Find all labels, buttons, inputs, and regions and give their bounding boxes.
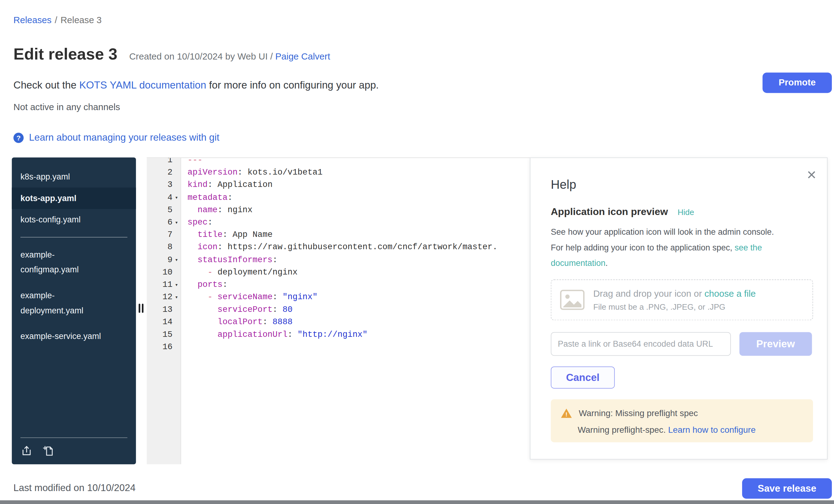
image-placeholder-icon [560, 290, 585, 310]
description-period: . [606, 259, 608, 268]
line-number: 8 [147, 242, 173, 254]
code-line-4[interactable]: 4▾metadata: [147, 192, 530, 204]
code-line-13[interactable]: 13 servicePort: 80 [147, 304, 530, 316]
dropzone-hint: File must be a .PNG, .JPEG, or .JPG [593, 302, 756, 311]
configure-preflight-link[interactable]: Learn how to configure [668, 425, 756, 434]
fold-spacer [172, 179, 180, 192]
preflight-warning-box: ! Warning: Missing preflight spec Warnin… [551, 399, 813, 442]
fold-spacer [172, 266, 180, 279]
new-file-icon[interactable] [43, 444, 55, 457]
fold-arrow-icon[interactable]: ▾ [172, 279, 180, 291]
sidebar-resize-handle[interactable] [139, 304, 144, 313]
breadcrumb-current: Release 3 [61, 15, 102, 25]
dropzone-text: Drag and drop your icon or choose a file [593, 289, 756, 300]
git-help-row: ? Learn about managing your releases wit… [14, 132, 220, 144]
line-number: 13 [147, 304, 173, 316]
line-number: 12 [147, 291, 173, 304]
fold-arrow-icon[interactable]: ▾ [172, 254, 180, 266]
page-title: Edit release 3 [14, 45, 117, 63]
file-list-bottom: example-configmap.yamlexample-deployment… [12, 244, 136, 347]
code-line-16[interactable]: 16 [147, 341, 530, 353]
warning-title: Warning: Missing preflight spec [578, 409, 698, 418]
code-line-5[interactable]: 5 name: nginx [147, 204, 530, 217]
code-text: kind: Application [180, 179, 272, 192]
code-text: apiVersion: kots.io/v1beta1 [180, 167, 322, 179]
code-line-8[interactable]: 8 icon: https://raw.githubusercontent.co… [147, 242, 530, 254]
git-help-link[interactable]: Learn about managing your releases with … [29, 132, 219, 144]
code-text: - serviceName: "nginx" [180, 291, 317, 304]
fold-spacer [172, 329, 180, 341]
fold-spacer [172, 157, 180, 167]
code-text: - deployment/nginx [180, 266, 297, 279]
code-lines: 1---2apiVersion: kots.io/v1beta13kind: A… [147, 157, 530, 353]
hide-link[interactable]: Hide [678, 207, 694, 217]
cancel-button[interactable]: Cancel [551, 367, 615, 388]
icon-dropzone[interactable]: Drag and drop your icon or choose a file… [551, 280, 813, 320]
fold-arrow-icon[interactable]: ▾ [172, 291, 180, 304]
file-tab-kots-config.yaml[interactable]: kots-config.yaml [12, 209, 119, 231]
svg-text:!: ! [565, 411, 567, 418]
save-release-button[interactable]: Save release [742, 478, 832, 499]
code-line-12[interactable]: 12▾ - serviceName: "nginx" [147, 291, 530, 304]
icon-link-input[interactable] [551, 332, 731, 356]
line-number: 7 [147, 229, 173, 241]
bottom-strip [0, 500, 834, 504]
fold-arrow-icon[interactable]: ▾ [172, 192, 180, 204]
warning-title-row: ! Warning: Missing preflight spec [561, 408, 804, 419]
code-line-10[interactable]: 10 - deployment/nginx [147, 266, 530, 279]
promote-button[interactable]: Promote [763, 72, 832, 93]
fold-spacer [172, 229, 180, 241]
breadcrumb-separator: / [54, 15, 57, 25]
warning-body-row: Warning preflight-spec. Learn how to con… [561, 425, 804, 435]
file-list-top: k8s-app.yamlkots-app.yamlkots-config.yam… [12, 166, 136, 231]
line-number: 9 [147, 254, 173, 266]
line-number: 14 [147, 316, 173, 328]
docs-prefix: Check out the [14, 80, 79, 91]
file-tab-example-configmap.yaml[interactable]: example-configmap.yaml [12, 244, 119, 280]
code-text: servicePort: 80 [180, 304, 292, 316]
sidebar-divider [20, 237, 127, 238]
code-editor[interactable]: 1---2apiVersion: kots.io/v1beta13kind: A… [147, 157, 530, 464]
line-number: 16 [147, 341, 173, 353]
channel-status: Not active in any channels [14, 102, 120, 113]
author-link[interactable]: Paige Calvert [276, 51, 330, 62]
file-tab-example-service.yaml[interactable]: example-service.yaml [12, 326, 119, 347]
dropzone-text-block: Drag and drop your icon or choose a file… [593, 289, 756, 311]
code-line-14[interactable]: 14 localPort: 8888 [147, 316, 530, 328]
code-text: localPort: 8888 [180, 316, 292, 328]
code-line-2[interactable]: 2apiVersion: kots.io/v1beta1 [147, 167, 530, 179]
upload-file-icon[interactable] [20, 444, 33, 457]
code-text: applicationUrl: "http://nginx" [180, 329, 367, 341]
breadcrumb-releases-link[interactable]: Releases [14, 15, 51, 25]
page-header: Edit release 3 Created on 10/10/2024 by … [14, 45, 330, 63]
code-line-6[interactable]: 6▾spec: [147, 217, 530, 229]
line-number: 10 [147, 266, 173, 279]
file-tab-k8s-app.yaml[interactable]: k8s-app.yaml [12, 166, 119, 188]
code-text: metadata: [180, 192, 233, 204]
sidebar-footer [20, 437, 127, 457]
help-title: Help [551, 177, 812, 192]
preview-button[interactable]: Preview [739, 332, 812, 356]
file-tab-kots-app.yaml[interactable]: kots-app.yaml [12, 188, 136, 209]
choose-file-link[interactable]: choose a file [704, 289, 756, 299]
code-line-11[interactable]: 11▾ ports: [147, 279, 530, 291]
fold-spacer [172, 242, 180, 254]
code-text: --- [180, 157, 202, 167]
fold-arrow-icon[interactable]: ▾ [172, 217, 180, 229]
code-text [180, 341, 188, 353]
code-text: title: App Name [180, 229, 272, 241]
code-line-15[interactable]: 15 applicationUrl: "http://nginx" [147, 329, 530, 341]
code-line-9[interactable]: 9▾ statusInformers: [147, 254, 530, 266]
close-icon[interactable]: × [807, 167, 816, 182]
icon-preview-title: Application icon preview [551, 206, 668, 217]
fold-spacer [172, 304, 180, 316]
warning-triangle-icon: ! [561, 408, 572, 419]
file-tab-example-deployment.yaml[interactable]: example-deployment.yaml [12, 285, 119, 321]
question-circle-icon: ? [14, 133, 24, 143]
kots-docs-link[interactable]: KOTS YAML documentation [79, 80, 206, 91]
fold-spacer [172, 316, 180, 328]
code-line-7[interactable]: 7 title: App Name [147, 229, 530, 241]
line-number: 5 [147, 204, 173, 217]
code-line-1[interactable]: 1--- [147, 157, 530, 167]
code-line-3[interactable]: 3kind: Application [147, 179, 530, 192]
